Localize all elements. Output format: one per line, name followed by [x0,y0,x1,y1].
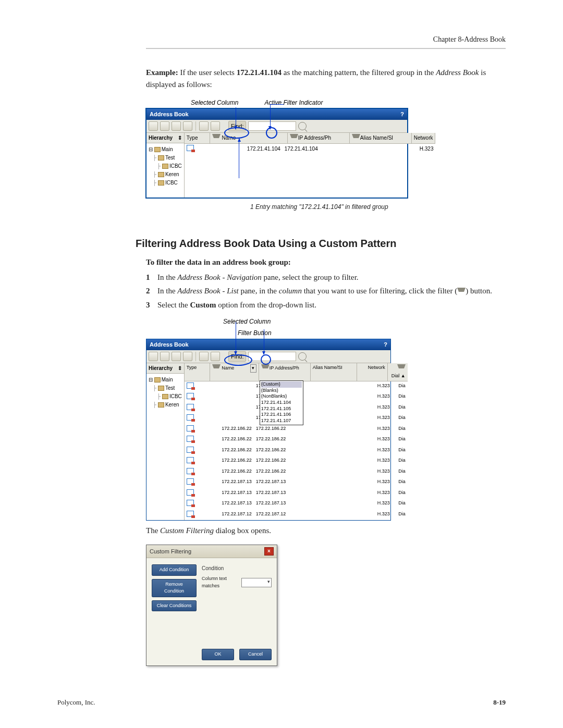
procedure-steps: 1In the Address Book - Navigation pane, … [146,272,506,311]
tree-icbc[interactable]: ICBC [169,393,182,399]
dropdown-item-custom[interactable]: (Custom) [261,381,302,388]
col-alias[interactable]: Alias Name/SI [311,363,357,381]
cell-dial: Dia [390,404,406,413]
callout2-col: Selected Column [223,317,506,326]
cell-ip: 172.22.186.22 [256,457,303,466]
table-row[interactable]: 172.22.186.22172.22.186.22H.323Dia [185,446,408,456]
cell-dial: Dia [390,478,406,487]
tree-icbc2[interactable]: ICBC [165,180,178,186]
table-row[interactable]: 172.22.186.22172.22.186.22H.323Dia [185,456,408,467]
col-ip[interactable]: IP Address/Ph [288,133,350,143]
cell-alias [303,447,345,455]
dropdown-item[interactable]: 172.21.41.104 [261,400,302,406]
toolbar-icon-1[interactable] [149,121,158,131]
hierarchy-col[interactable]: Hierarchy [149,134,173,142]
cell-dial: Dia [390,447,406,455]
find-input[interactable] [248,121,296,131]
chevron-down-icon[interactable]: ▾ [250,364,256,373]
tree-icbc[interactable]: ICBC [169,163,182,169]
condition-value-select[interactable] [241,578,272,587]
example-prefix: Example: [146,68,178,77]
toolbar-icon[interactable] [211,352,220,361]
table-row[interactable]: 172.22.186.22172.22.186.22H.323Dia [185,424,408,435]
dropdown-item-blanks[interactable]: (Blanks) [261,388,302,394]
tree-main[interactable]: Main [162,146,173,152]
dropdown-item[interactable]: 172.21.41.107 [261,418,302,424]
caption-1: 1 Entry matching "172.21.41.104" in filt… [250,202,506,212]
toolbar-icon[interactable] [172,352,181,361]
example-ip: 172.21.41.104 [237,68,282,77]
participant-icon [187,457,194,463]
dropdown-item[interactable]: 172.21.41.105 [261,406,302,412]
tree-keren[interactable]: Keren [165,402,179,408]
cancel-button[interactable]: Cancel [239,649,272,660]
step-2: In the Address Book - List pane, in the … [157,285,492,297]
cell-dial: Dia [390,436,406,445]
tree-keren[interactable]: Keren [165,171,179,177]
table-row[interactable]: 172.22.186.22172.22.186.22H.323Dia [185,435,408,446]
toolbar-icon[interactable] [183,352,192,361]
close-icon[interactable]: × [264,547,274,556]
filter-icon[interactable] [290,134,298,142]
sort-icon[interactable]: ⇕ [178,364,182,372]
col-type[interactable]: Type [185,133,210,143]
filter-icon[interactable] [352,134,360,142]
cell-dial: Dia [390,393,406,402]
toolbar-icon-4[interactable] [183,121,192,131]
dropdown-item-nonblanks[interactable]: (NonBlanks) [261,393,302,400]
tree-main[interactable]: Main [162,377,173,382]
filter-icon[interactable] [397,364,406,373]
cell-alias [303,511,345,520]
folder-icon [158,155,164,161]
search-icon[interactable] [298,352,307,361]
filter-icon[interactable] [212,364,221,373]
col-name[interactable]: Name [210,133,288,143]
tree-test[interactable]: Test [165,155,175,161]
remove-condition-button[interactable]: Remove Condition [152,579,197,597]
col-network[interactable]: Network [412,133,436,143]
cell-dial: Dia [390,457,406,466]
participant-icon [187,382,194,389]
col-type[interactable]: Type [185,363,210,381]
col-alias[interactable]: Alias Name/SI [350,133,412,143]
col-dial[interactable]: Dial ▲ [388,363,408,381]
table-row[interactable]: 172.22.186.22172.22.186.22H.323Dia [185,467,408,478]
table-row[interactable]: 172.21.41.104 172.21.41.104 H.323 [185,144,436,154]
folder-icon [162,394,168,399]
search-icon[interactable] [298,122,307,130]
ok-button[interactable]: OK [202,649,234,660]
cell-dial: Dia [390,500,406,509]
table-row[interactable]: 172.22.187.13172.22.187.13H.323Dia [185,488,408,499]
cell-dial: Dia [390,414,406,423]
cell-name: 172.22.186.22 [207,436,256,445]
toolbar-icon-2[interactable] [160,121,169,131]
funnel-icon-inline [457,288,466,296]
col-network[interactable]: Network [357,363,388,381]
add-condition-button[interactable]: Add Condition [152,564,197,576]
callout2-arrow-1 [236,322,236,354]
find-input[interactable] [248,352,296,361]
sort-icon[interactable]: ⇕ [178,134,182,142]
clear-conditions-button[interactable]: Clear Conditions [152,600,197,612]
cell-alias [303,489,345,498]
filter-icon[interactable] [212,134,221,142]
col-name[interactable]: Name ▾ [210,363,259,381]
hierarchy-col[interactable]: Hierarchy [149,364,173,372]
toolbar-icon[interactable] [149,352,158,361]
toolbar-icon[interactable] [199,352,209,361]
toolbar-icon[interactable] [160,352,169,361]
cell-name: 172.22.186.22 [207,425,256,434]
toolbar-icon-5[interactable] [199,121,209,131]
table-row[interactable]: 172.22.187.12172.22.187.12H.323Dia [185,510,408,521]
dropdown-item[interactable]: 172.21.41.106 [261,412,302,418]
filter-icon[interactable] [261,364,270,373]
tree-test[interactable]: Test [165,385,175,391]
folder-icon [154,147,161,152]
table-row[interactable]: 172.22.187.13172.22.187.13H.323Dia [185,499,408,510]
toolbar-icon-3[interactable] [172,121,181,131]
table-row[interactable]: 172.22.187.13172.22.187.13H.323Dia [185,477,408,488]
col-ip[interactable]: IP Address/Ph [259,363,311,381]
participant-icon [187,468,194,474]
toolbar-icon-6[interactable] [211,121,220,131]
sc1-toolbar: Find: [146,120,407,133]
